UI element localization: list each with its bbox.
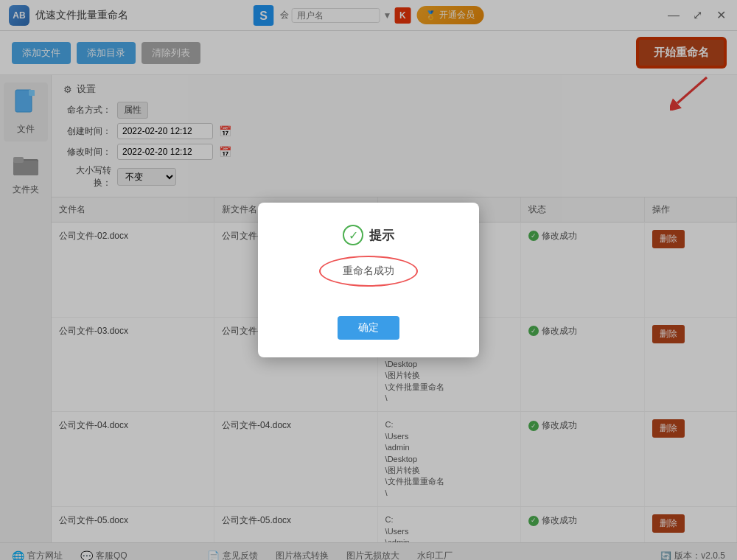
dialog: ✓ 提示 重命名成功 确定 [258, 203, 479, 357]
dialog-header: ✓ 提示 [287, 225, 450, 245]
dialog-title: 提示 [369, 227, 394, 244]
dialog-ok-button[interactable]: 确定 [338, 316, 399, 340]
overlay: ✓ 提示 重命名成功 确定 [0, 0, 737, 560]
dialog-check-icon: ✓ [343, 225, 363, 245]
dialog-message: 重命名成功 [319, 256, 418, 287]
